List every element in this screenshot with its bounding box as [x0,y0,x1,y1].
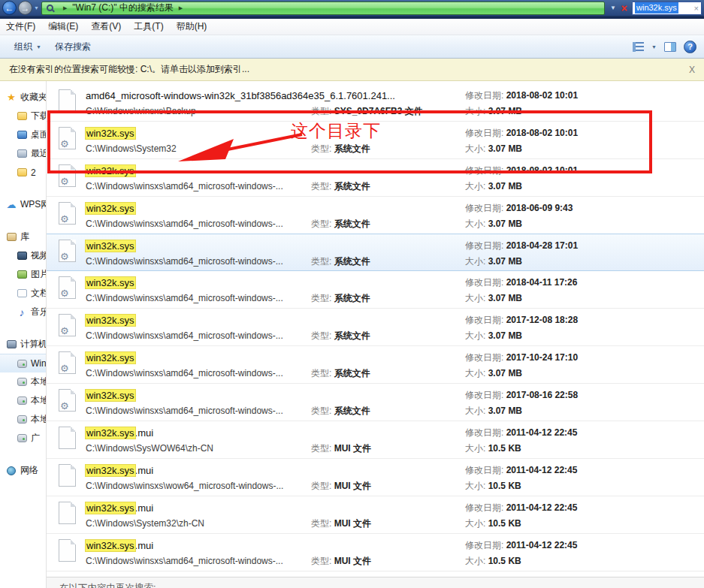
file-main-cell: win32k.sys.mui C:\Windows\winsxs\wow64_m… [86,463,311,496]
index-warning-bar[interactable]: 在没有索引的位置搜索可能较慢: C:\。请单击以添加到索引... X [0,59,704,81]
size-label: 大小: [465,368,485,378]
date-value: 2017-08-16 22:58 [506,390,578,400]
sidebar-item[interactable]: 计算机 [0,335,46,354]
picture-icon [17,270,27,280]
file-main-cell: win32k.sys.mui C:\Windows\winsxs\amd64_m… [86,538,311,571]
organize-label: 组织 [14,41,32,53]
views-caret-icon[interactable]: ▼ [651,44,657,50]
sidebar-item[interactable]: 本地磁盘 [0,391,46,410]
folder-down-icon [17,111,27,122]
file-name: win32k.sys [86,312,311,328]
gear-icon: ⚙ [60,214,69,224]
file-name-rest: .mui [135,502,154,514]
table-row[interactable]: ⚙ win32k.sys C:\Windows\System32 类型: 系统文… [47,122,704,159]
size-value: 10.5 KB [488,556,521,566]
sidebar-item[interactable]: Win7 (C:) [0,354,46,372]
file-name-rest: .mui [135,540,154,551]
file-type-cell: 类型: MUI 文件 [311,463,465,496]
date-value: 2018-06-09 9:43 [506,203,573,213]
table-row[interactable]: ⚙ win32k.sys C:\Windows\winsxs\amd64_mic… [47,309,704,346]
file-icon-cell: ⚙ [59,238,86,270]
file-name-highlight: win32k.sys [86,465,135,476]
file-path: C:\Windows\System32\zh-CN [86,516,311,531]
table-row[interactable]: ⚙ win32k.sys C:\Windows\winsxs\amd64_mic… [47,197,704,234]
help-icon[interactable]: ? [684,41,696,53]
table-row[interactable]: win32k.sys.mui C:\Windows\System32\zh-CN… [47,496,704,534]
table-row[interactable]: win32k.sys.mui C:\Windows\winsxs\amd64_m… [47,534,704,571]
sidebar-item[interactable]: 文档 [0,284,46,303]
sidebar-item[interactable]: 下载 [0,107,46,125]
stop-button[interactable]: × [620,2,632,14]
file-meta-cell: 修改日期: 2018-08-02 10:01 大小: 3.07 MB [465,88,704,121]
file-type-cell: 类型: 系统文件 [311,125,465,158]
file-meta-cell: 修改日期: 2011-04-12 22:45 大小: 10.5 KB [465,463,704,496]
menu-item[interactable]: 文件(F) [6,20,35,33]
type-label: 类型: [311,181,331,191]
breadcrumb[interactable]: "Win7 (C:)" 中的搜索结果 [72,2,174,14]
file-name-rest: .mui [135,465,154,476]
video-icon [17,251,27,261]
menu-item[interactable]: 查看(V) [91,20,121,33]
type-label: 类型: [311,256,331,267]
sidebar-item-label: 文档 [31,287,46,300]
organize-button[interactable]: 组织 ▼ [8,38,48,56]
sidebar-item[interactable]: ★收藏夹 [0,88,46,107]
clear-search-icon[interactable]: × [694,4,699,13]
sidebar-item[interactable]: 本地磁盘 [0,372,46,391]
save-search-button[interactable]: 保存搜索 [48,38,98,56]
file-type-cell: 类型: 系统文件 [311,350,465,383]
sidebar-item-label: 下载 [31,110,46,122]
file-meta-cell: 修改日期: 2017-10-24 17:10 大小: 3.07 MB [465,350,704,383]
forward-button[interactable]: → [18,1,32,15]
address-dropdown-icon[interactable]: ▼ [606,5,620,11]
file-icon-cell: ⚙ [59,312,86,345]
sidebar-item-label: 图片 [31,268,46,281]
table-row[interactable]: ⚙ win32k.sys C:\Windows\winsxs\amd64_mic… [47,346,704,384]
size-label: 大小: [465,406,485,416]
table-row[interactable]: amd64_microsoft-windows-win32k_31bf3856a… [47,84,704,122]
file-icon [59,89,76,112]
file-name: win32k.sys [86,350,311,366]
sidebar-item[interactable]: ♪音乐 [0,303,46,321]
sidebar-item[interactable]: 网络 [0,461,46,480]
type-value: 系统文件 [334,143,370,154]
table-row[interactable]: ⚙ win32k.sys C:\Windows\winsxs\amd64_mic… [47,159,704,197]
menu-item[interactable]: 工具(T) [134,20,163,33]
table-row[interactable]: win32k.sys.mui C:\Windows\SysWOW64\zh-CN… [47,421,704,459]
date-value: 2011-04-12 22:45 [506,502,578,513]
menu-item[interactable]: 帮助(H) [177,20,207,33]
sidebar-item[interactable]: 最近访问的位置 [0,144,46,163]
sidebar-item[interactable]: 本地磁盘 [0,410,46,429]
sidebar-item[interactable]: 桌面 [0,125,46,144]
table-row[interactable]: win32k.sys.mui C:\Windows\winsxs\wow64_m… [47,459,704,496]
sidebar-item[interactable]: 2 [0,163,46,182]
table-row[interactable]: ⚙ win32k.sys C:\Windows\winsxs\amd64_mic… [47,384,704,421]
address-bar[interactable]: ▶ "Win7 (C:)" 中的搜索结果 ▶ [41,2,605,15]
date-value: 2018-04-28 17:01 [506,240,578,251]
size-label: 大小: [465,481,485,491]
file-icon-cell: ⚙ [59,125,86,158]
file-main-cell: win32k.sys C:\Windows\winsxs\amd64_micro… [86,275,311,308]
file-icon [59,502,76,524]
sidebar-item[interactable]: ☁WPS网盘 [0,195,46,214]
table-row[interactable]: ⚙ win32k.sys C:\Windows\winsxs\amd64_mic… [47,271,704,309]
close-icon[interactable]: X [689,65,695,75]
table-row[interactable]: ⚙ win32k.sys C:\Windows\winsxs\amd64_mic… [47,234,704,271]
file-meta-cell: 修改日期: 2018-06-09 9:43 大小: 3.07 MB [465,201,704,234]
date-value: 2011-04-12 22:45 [506,465,578,475]
sidebar-item[interactable]: 广 [0,429,46,448]
sidebar-item[interactable]: 视频 [0,246,46,265]
file-name-highlight: win32k.sys [86,203,135,214]
preview-pane-icon[interactable] [664,42,676,52]
search-input[interactable]: win32k.sys × [632,2,702,15]
file-icon-cell: ⚙ [59,163,86,196]
views-icon[interactable] [633,42,644,52]
date-value: 2017-10-24 17:10 [506,352,578,363]
back-button[interactable]: ← [2,1,17,15]
sidebar-item[interactable]: 库 [0,228,46,246]
desktop-icon [17,130,27,140]
history-dropdown-icon[interactable]: ▼ [34,5,39,11]
recent-icon [17,149,27,159]
sidebar-item[interactable]: 图片 [0,265,46,284]
menu-item[interactable]: 编辑(E) [48,20,78,33]
